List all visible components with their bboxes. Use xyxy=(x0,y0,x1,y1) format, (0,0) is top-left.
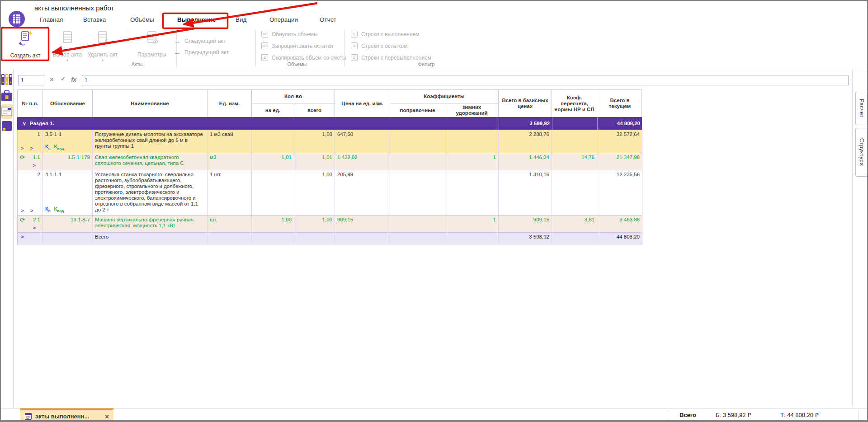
cell-price[interactable] xyxy=(335,233,390,244)
cell-price[interactable]: 205,99 xyxy=(335,170,390,215)
cell-recalc[interactable]: 14,76 xyxy=(552,153,597,170)
percent-remainder-button[interactable]: 100 Запроцентовать остатки xyxy=(261,42,333,49)
col-header-qty-group[interactable]: Кол-во xyxy=(252,90,335,103)
cell-coef-corr[interactable] xyxy=(390,233,445,244)
cell-code[interactable]: 3.5-1-1КпКинд xyxy=(43,130,93,153)
cell-code[interactable]: 1.5-1-179 xyxy=(43,153,93,170)
cell-coef-winter[interactable]: 1 xyxy=(445,153,499,170)
col-header-num[interactable]: № п.п. xyxy=(18,90,43,117)
ribbon-tab-vid[interactable]: Вид xyxy=(236,16,246,23)
section-basis-total[interactable]: 3 598,92 xyxy=(499,117,552,130)
expand-chevron-icon[interactable]: > xyxy=(21,234,24,239)
table-row[interactable]: ⟳1.1>1.5-1-179Свая железобетонная квадра… xyxy=(17,153,642,170)
cell-num[interactable]: 2>> xyxy=(18,170,43,215)
cell-qty-unit[interactable]: 1,00 xyxy=(252,216,294,232)
cell-qty-unit[interactable] xyxy=(252,170,294,215)
cell-num[interactable]: ⟳1.1> xyxy=(18,153,43,170)
ribbon-tab-obyomy[interactable]: Объёмы xyxy=(130,16,154,23)
col-header-total-current[interactable]: Всего в текущем xyxy=(597,90,642,117)
cell-qty-total[interactable]: 1,00 xyxy=(294,130,335,153)
close-tab-icon[interactable]: × xyxy=(105,413,109,420)
filter-done-rows-button[interactable]: Σ Строки с выполнением xyxy=(351,31,420,38)
cell-qty-unit[interactable] xyxy=(252,233,294,244)
copy-volume-button[interactable]: ⧉ Скопировать объем со сметы xyxy=(261,54,346,61)
expand-chevron-icon[interactable]: > xyxy=(33,163,36,168)
formula-input[interactable] xyxy=(82,75,849,85)
cell-unit[interactable]: 1 м3 свай xyxy=(208,130,252,153)
cell-coef-corr[interactable] xyxy=(390,130,445,153)
col-header-qty-unit[interactable]: на ед. xyxy=(252,103,294,117)
cancel-icon[interactable]: × xyxy=(50,75,54,83)
cell-basis-total[interactable]: 2 288,76 xyxy=(499,130,552,153)
grand-total-row[interactable]: > Всего 3 598,92 44 808,20 xyxy=(17,233,642,244)
cell-qty-total[interactable]: 1,00 xyxy=(294,216,335,232)
prev-act-button[interactable]: ← Предыдущий акт xyxy=(174,48,229,56)
next-act-button[interactable]: → Следующий акт xyxy=(174,37,226,45)
cell-code[interactable]: 4.1-1-1КпКинд xyxy=(43,170,93,215)
cell-recalc[interactable] xyxy=(552,170,597,215)
side-tab-raschet[interactable]: Расчет xyxy=(855,92,867,125)
cell-coef-winter[interactable] xyxy=(445,170,499,215)
cell-qty-total[interactable]: 1,01 xyxy=(294,153,335,170)
select-act-dropdown-icon[interactable]: ▼ xyxy=(51,59,84,62)
cell-coef-winter[interactable] xyxy=(445,233,499,244)
cell-code[interactable] xyxy=(43,233,93,244)
delete-act-button[interactable]: Удалить акт ▼ xyxy=(86,30,119,62)
total-current-cell[interactable]: 44 808,20 xyxy=(597,233,642,244)
binders-icon[interactable] xyxy=(1,73,13,86)
section-collapse-icon[interactable]: ∨ xyxy=(23,121,26,127)
report-window-icon[interactable] xyxy=(1,120,13,133)
filter-rest-rows-button[interactable]: -Σ Строки с остатком xyxy=(351,42,407,49)
cell-qty-total[interactable] xyxy=(294,233,335,244)
cell-num[interactable]: > xyxy=(18,233,43,244)
confirm-icon[interactable]: ✓ xyxy=(61,75,66,82)
table-row[interactable]: 1>>3.5-1-1КпКиндПогружение дизель-молото… xyxy=(17,130,642,153)
cell-reference-input[interactable] xyxy=(18,75,44,85)
ribbon-tab-glavnaya[interactable]: Главная xyxy=(40,16,63,23)
cell-name[interactable]: Погружение дизель-молотом на экскаваторе… xyxy=(93,130,208,153)
col-header-unit[interactable]: Ед. изм. xyxy=(208,90,252,117)
col-header-coef-group[interactable]: Коэффициенты xyxy=(390,90,499,103)
expand-chevron-icon[interactable]: > xyxy=(33,225,36,230)
briefcase-icon[interactable] xyxy=(1,89,13,103)
cell-price[interactable]: 909,15 xyxy=(335,216,390,232)
cell-name[interactable]: Машина вертикально-фрезерная ручная элек… xyxy=(93,216,208,232)
cell-coef-corr[interactable] xyxy=(390,170,445,215)
cell-price[interactable]: 1 432,02 xyxy=(335,153,390,170)
total-basis-cell[interactable]: 3 598,92 xyxy=(499,233,552,244)
coef-badge[interactable]: Кинд xyxy=(54,144,64,151)
cell-unit[interactable]: 1 шт. xyxy=(208,170,252,215)
cell-coef-corr[interactable] xyxy=(390,153,445,170)
cell-price[interactable]: 647,50 xyxy=(335,130,390,153)
cell-name[interactable]: Установка станка токарного, сверлильно-р… xyxy=(93,170,208,215)
act-document-icon[interactable] xyxy=(1,104,13,119)
reset-volumes-button[interactable]: 0x Обнулить объемы xyxy=(261,31,318,38)
total-label-cell[interactable]: Всего xyxy=(93,233,208,244)
app-logo-icon[interactable] xyxy=(8,10,25,28)
cell-basis-total[interactable]: 1 310,16 xyxy=(499,170,552,215)
cell-qty-unit[interactable] xyxy=(252,130,294,153)
cell-coef-corr[interactable] xyxy=(390,216,445,232)
cell-recalc[interactable] xyxy=(552,130,597,153)
parameters-button[interactable]: Параметры xyxy=(134,30,170,58)
section-label-cell[interactable]: ∨ Раздел 1. xyxy=(18,117,499,130)
section-empty-cell[interactable] xyxy=(552,117,597,130)
ribbon-tab-operacii[interactable]: Операции xyxy=(269,16,298,23)
table-row[interactable]: ⟳2.1>13.1-8-7Машина вертикально-фрезерна… xyxy=(17,216,642,233)
col-header-qty-total[interactable]: всего xyxy=(294,103,335,117)
cell-num[interactable]: 1>> xyxy=(18,130,43,153)
section-current-total[interactable]: 44 808,20 xyxy=(597,117,642,130)
cell-current-total[interactable]: 21 347,98 xyxy=(597,153,642,170)
select-act-button[interactable]: Выбор акта ▼ xyxy=(51,30,84,62)
table-row[interactable]: 2>>4.1-1-1КпКиндУстановка станка токарно… xyxy=(17,170,642,216)
cell-unit[interactable]: шт. xyxy=(208,216,252,232)
cell-num[interactable]: ⟳2.1> xyxy=(18,216,43,232)
cell-code[interactable]: 13.1-8-7 xyxy=(43,216,93,232)
coef-badge[interactable]: Кп xyxy=(45,144,51,151)
filter-over-rows-button[interactable]: Σ Строки с перевыполнением xyxy=(351,54,431,61)
expand-chevron-icon[interactable]: > xyxy=(21,208,24,213)
expand-chevron-icon[interactable]: > xyxy=(21,146,24,151)
cell-coef-winter[interactable]: 1 xyxy=(445,216,499,232)
col-header-name[interactable]: Наименование xyxy=(93,90,208,117)
create-act-button[interactable]: Создать акт xyxy=(4,30,47,59)
